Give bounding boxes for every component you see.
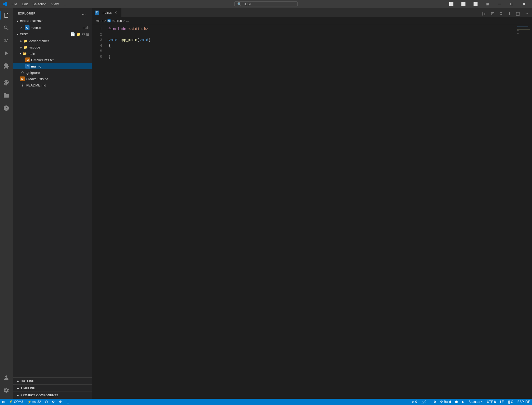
m-root-icon: M (20, 76, 25, 81)
toggle-panel-btn[interactable]: ⬜ (457, 0, 469, 8)
purge-status-btn[interactable]: 🗑 (57, 399, 64, 405)
split-right-btn[interactable]: ⬚ (514, 10, 521, 17)
sdkconfig-icon: ⚙ (52, 400, 55, 404)
more-icon[interactable]: ... (81, 11, 86, 16)
activity-search[interactable] (0, 22, 13, 34)
menu-file[interactable]: File (9, 2, 19, 7)
file-desc: main (83, 26, 90, 30)
minimize-btn[interactable]: ─ (494, 0, 506, 8)
language-status-btn[interactable]: {} C (506, 399, 515, 405)
activity-account[interactable] (0, 371, 13, 384)
status-bar: ⊞ ⚡ COM3 ⚡ esp32 ⬡ ⚙ 🗑 ◫ ⊗ 0 △ 0 ⬡ 0 (0, 399, 532, 405)
breadcrumb: main > C main.c > ... (92, 17, 532, 24)
activity-extensions[interactable] (0, 60, 13, 72)
encoding-status-btn[interactable]: UTF-8 (485, 399, 498, 405)
eol-status-btn[interactable]: LF (498, 399, 506, 405)
code-editor[interactable]: 1 2 3 4 5 6 #include <stdio.h>void app_m… (92, 24, 532, 399)
menu-edit[interactable]: Edit (20, 2, 30, 7)
errors-status-btn[interactable]: ⊗ 0 (410, 399, 419, 405)
main-container: EXPLORER ... ▾ OPEN EDITORS ✕ C main.c m… (0, 8, 532, 399)
sdkconfig-status-btn[interactable]: ⚙ (50, 399, 57, 405)
breadcrumb-main[interactable]: main (96, 19, 103, 23)
warnings-status-btn[interactable]: △ 0 (419, 399, 428, 405)
port-status-btn[interactable]: ⚡ COM3 (7, 399, 25, 405)
download-btn[interactable]: ⬇ (506, 10, 513, 17)
esp-idf-status-btn[interactable]: ESP-IDF (515, 399, 532, 405)
test-folder-header[interactable]: ▾ TEST 📄 📁 ↺ ⊟ (13, 31, 92, 38)
open-editors-header[interactable]: ▾ OPEN EDITORS (13, 18, 92, 25)
spaces-status-btn[interactable]: Spaces: 4 (466, 399, 485, 405)
readme-file[interactable]: ℹ README.md (13, 82, 92, 88)
test-chevron: ▾ (17, 33, 18, 36)
maximize-btn[interactable]: □ (506, 0, 518, 8)
breadcrumb-file[interactable]: main.c (112, 19, 122, 23)
timeline-header[interactable]: ▶ TIMELINE (13, 385, 92, 392)
activity-esp-idf[interactable] (0, 76, 13, 89)
activity-run-debug[interactable] (0, 47, 13, 60)
esp-idf-label: ESP-IDF (518, 400, 530, 404)
build-status-btn[interactable]: ⚙ Build (438, 399, 453, 405)
breadcrumb-symbol[interactable]: ... (126, 19, 129, 23)
run-btn[interactable]: ▷ (480, 10, 488, 17)
more-actions-btn[interactable]: ··· (523, 10, 530, 17)
project-components-header[interactable]: ▶ PROJECT COMPONENTS (13, 392, 92, 399)
new-file-icon[interactable]: 📄 (71, 32, 75, 36)
menu-more[interactable]: ... (61, 2, 68, 7)
tab-icons-right: ▷ ⊡ ⚙ ⬇ ⬚ ··· (480, 10, 530, 17)
purge-icon: 🗑 (59, 400, 62, 404)
collapse-icon[interactable]: ⊟ (86, 32, 90, 36)
outline-chevron: ▶ (17, 380, 19, 383)
target-status-btn[interactable]: ⚡ esp32 (25, 399, 43, 405)
c-main-icon: C (25, 64, 30, 69)
toggle-editor-btn[interactable]: ⬜ (469, 0, 481, 8)
port-label: COM3 (14, 400, 23, 404)
idf-size-status-btn[interactable]: ⬡ 0 (428, 399, 438, 405)
toggle-sidebar-btn[interactable]: ⬜ (445, 0, 457, 8)
search-input[interactable] (243, 2, 285, 6)
sidebar-header-icons: ... (81, 11, 86, 16)
open-editor-main-c[interactable]: ✕ C main.c main (13, 25, 92, 31)
outline-header[interactable]: ▶ OUTLINE (13, 378, 92, 384)
openocd-icon: ◫ (66, 400, 69, 404)
tab-name: main.c (102, 11, 112, 15)
gitignore-file[interactable]: ◇ .gitignore (13, 69, 92, 76)
flash-device-btn[interactable]: ⬢ (453, 399, 460, 405)
tab-close-icon[interactable]: ✕ (113, 10, 118, 15)
gear-btn[interactable]: ⚙ (497, 10, 505, 17)
activity-explorer[interactable] (0, 9, 13, 22)
code-content[interactable]: #include <stdio.h>void app_main(void){} (106, 24, 516, 399)
refresh-icon[interactable]: ↺ (82, 32, 85, 36)
activity-folder[interactable] (0, 89, 13, 102)
menu-view[interactable]: View (49, 2, 61, 7)
flash-status-btn[interactable]: ⬡ (43, 399, 50, 405)
monitor-status-btn[interactable]: ▶ (460, 399, 466, 405)
new-folder-icon[interactable]: 📁 (76, 32, 81, 36)
activity-esp-debug[interactable] (0, 102, 13, 114)
gitignore-name: .gitignore (26, 71, 90, 75)
customize-layout-btn[interactable]: ⊞ (481, 0, 494, 8)
project-components-chevron: ▶ (17, 394, 19, 397)
openocd-status-btn[interactable]: ◫ (64, 399, 71, 405)
cmakelists-root[interactable]: M CMakeLists.txt (13, 76, 92, 82)
close-icon[interactable]: ✕ (19, 25, 24, 30)
close-btn[interactable]: ✕ (518, 0, 530, 8)
devcontainer-folder[interactable]: ▶ 📁 .devcontainer (13, 38, 92, 44)
readme-name: README.md (26, 83, 90, 87)
cmakelists-main[interactable]: M CMakeLists.txt (13, 57, 92, 63)
git-icon: ◇ (20, 70, 25, 75)
vscode-folder[interactable]: ▶ 📁 .vscode (13, 44, 92, 50)
remote-status-btn[interactable]: ⊞ (0, 399, 7, 405)
tab-main-c[interactable]: C main.c ✕ (92, 8, 121, 17)
project-components-panel: ▶ PROJECT COMPONENTS (13, 392, 92, 399)
main-folder[interactable]: ▾ 📂 main (13, 50, 92, 57)
line-numbers: 1 2 3 4 5 6 (92, 24, 106, 399)
project-components-label: PROJECT COMPONENTS (21, 394, 58, 397)
language-label: {} C (508, 400, 513, 404)
split-editor-btn[interactable]: ⊡ (489, 10, 496, 17)
activity-settings[interactable] (0, 384, 13, 397)
menu-selection[interactable]: Selection (30, 2, 48, 7)
window-controls: ⬜ ⬜ ⬜ ⊞ ─ □ ✕ (445, 0, 530, 8)
main-c-file[interactable]: C main.c (13, 63, 92, 69)
search-bar[interactable]: 🔍 (234, 1, 298, 7)
activity-source-control[interactable] (0, 34, 13, 47)
